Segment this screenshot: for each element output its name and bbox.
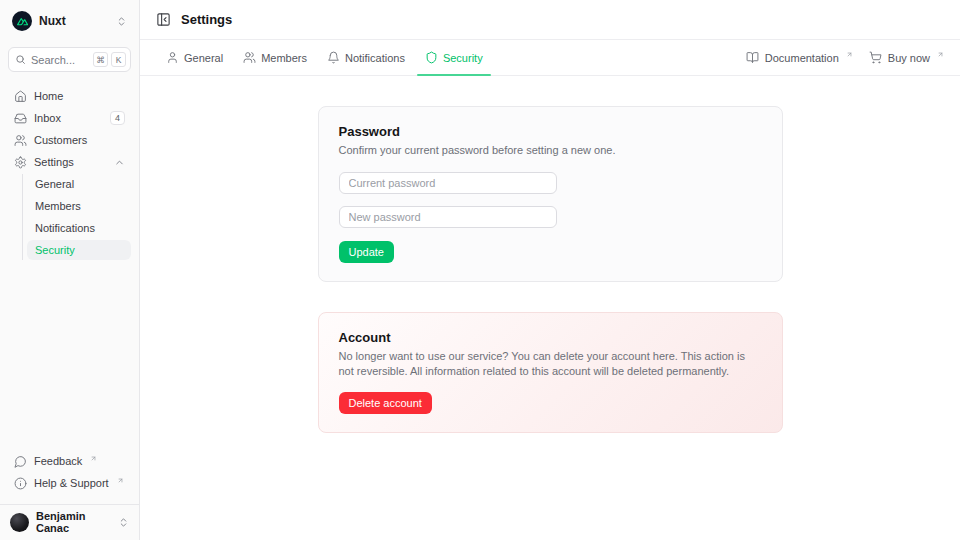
external-arrow-icon	[937, 51, 944, 58]
gear-icon	[14, 156, 27, 169]
sidebar-item-members[interactable]: Members	[27, 196, 131, 216]
sidebar-nav: Home Inbox 4 Customers Settings Gene	[8, 85, 131, 262]
kbd-k: K	[111, 52, 126, 67]
chevrons-up-down-icon	[118, 517, 129, 528]
sidebar-item-home[interactable]: Home	[8, 85, 131, 107]
page-title: Settings	[181, 12, 232, 27]
book-open-icon	[746, 51, 759, 64]
current-password-field[interactable]	[339, 172, 557, 194]
user-menu[interactable]: Benjamin Canac	[0, 504, 139, 540]
subnav-item-label: Notifications	[35, 222, 95, 234]
subnav-item-label: Security	[35, 244, 75, 256]
link-label: Buy now	[888, 52, 930, 64]
feedback-link[interactable]: Feedback	[8, 450, 131, 472]
tab-general[interactable]: General	[156, 40, 233, 75]
new-password-field[interactable]	[339, 206, 557, 228]
footer-link-label: Feedback	[34, 455, 82, 467]
subnav-item-label: Members	[35, 200, 81, 212]
settings-security-content: Password Confirm your current password b…	[140, 76, 960, 540]
shield-icon	[425, 51, 438, 64]
sidebar-footer: Feedback Help & Support	[8, 450, 131, 498]
link-label: Documentation	[765, 52, 839, 64]
shopping-cart-icon	[869, 51, 882, 64]
sidebar-item-inbox[interactable]: Inbox 4	[8, 107, 131, 129]
external-arrow-icon	[117, 477, 124, 484]
password-card: Password Confirm your current password b…	[318, 106, 783, 282]
settings-subnav: General Members Notifications Security	[22, 174, 131, 260]
users-icon	[243, 51, 256, 64]
tabbar: General Members Notifications Security	[140, 40, 960, 76]
sidebar-item-security[interactable]: Security	[27, 240, 131, 260]
search-input[interactable]: Search... ⌘ K	[8, 47, 131, 72]
kbd-meta: ⌘	[93, 52, 108, 67]
documentation-link[interactable]: Documentation	[746, 51, 853, 64]
account-card-description: No longer want to use our service? You c…	[339, 349, 762, 379]
tab-label: General	[184, 52, 223, 64]
tab-label: Notifications	[345, 52, 405, 64]
chevron-up-icon	[114, 157, 125, 168]
sidebar-item-settings[interactable]: Settings	[8, 151, 131, 173]
main-area: Settings General Members Notifications	[140, 0, 960, 540]
tab-notifications[interactable]: Notifications	[317, 40, 415, 75]
buy-now-link[interactable]: Buy now	[869, 51, 944, 64]
user-icon	[166, 51, 179, 64]
bell-icon	[327, 51, 340, 64]
user-name: Benjamin Canac	[36, 510, 111, 534]
team-name: Nuxt	[39, 14, 66, 28]
update-button[interactable]: Update	[339, 241, 394, 263]
external-arrow-icon	[90, 455, 97, 462]
app-root: Nuxt Search... ⌘ K Home Inbox 4	[0, 0, 960, 540]
nuxt-logo-icon	[12, 11, 32, 31]
tabbar-links: Documentation Buy now	[746, 40, 944, 75]
tabs: General Members Notifications Security	[156, 40, 493, 75]
search-kbd-group: ⌘ K	[93, 52, 126, 67]
subnav-item-label: General	[35, 178, 74, 190]
tab-label: Members	[261, 52, 307, 64]
message-circle-icon	[14, 455, 27, 468]
house-icon	[14, 90, 27, 103]
password-card-title: Password	[339, 124, 762, 139]
users-icon	[14, 134, 27, 147]
sidebar-item-general[interactable]: General	[27, 174, 131, 194]
search-icon	[15, 54, 26, 65]
help-support-link[interactable]: Help & Support	[8, 472, 131, 494]
sidebar-toggle-button[interactable]	[156, 12, 171, 27]
inbox-count-badge: 4	[110, 111, 125, 125]
inbox-icon	[14, 112, 27, 125]
nuxt-logo-glyph	[16, 16, 28, 26]
sidebar-item-customers[interactable]: Customers	[8, 129, 131, 151]
tab-members[interactable]: Members	[233, 40, 317, 75]
tab-label: Security	[443, 52, 483, 64]
sidebar: Nuxt Search... ⌘ K Home Inbox 4	[0, 0, 140, 540]
tab-security[interactable]: Security	[415, 40, 493, 75]
sidebar-item-label: Customers	[34, 134, 87, 146]
sidebar-spacer	[8, 262, 131, 450]
sidebar-item-notifications[interactable]: Notifications	[27, 218, 131, 238]
account-card-title: Account	[339, 330, 762, 345]
page-header: Settings	[140, 0, 960, 40]
info-circle-icon	[14, 477, 27, 490]
panel-left-close-icon	[156, 12, 171, 27]
external-arrow-icon	[846, 51, 853, 58]
sidebar-item-label: Settings	[34, 156, 74, 168]
team-switcher[interactable]: Nuxt	[8, 8, 131, 34]
sidebar-item-label: Home	[34, 90, 63, 102]
avatar	[10, 513, 29, 532]
password-card-description: Confirm your current password before set…	[339, 143, 762, 158]
delete-account-button[interactable]: Delete account	[339, 392, 432, 414]
chevrons-up-down-icon	[116, 16, 127, 27]
account-card: Account No longer want to use our servic…	[318, 312, 783, 433]
search-placeholder: Search...	[31, 54, 88, 66]
sidebar-item-label: Inbox	[34, 112, 61, 124]
footer-link-label: Help & Support	[34, 477, 109, 489]
